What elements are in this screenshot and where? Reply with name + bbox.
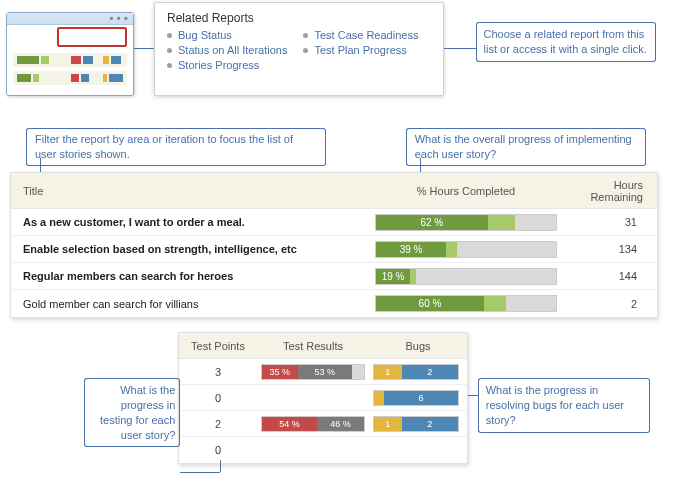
test-points: 3 — [179, 366, 257, 378]
bugs-bar: 6 — [373, 390, 459, 406]
callout-bugs: What is the progress in resolving bugs f… — [478, 378, 650, 433]
table-row: Enable selection based on strength, inte… — [11, 236, 657, 263]
related-link-status-iterations[interactable]: Status on All Iterations — [167, 44, 287, 56]
related-reports-panel: Related Reports Bug Status Status on All… — [154, 2, 444, 96]
callout-testing: What is the progress in testing for each… — [84, 378, 180, 447]
related-link-bug-status[interactable]: Bug Status — [167, 29, 287, 41]
bullet-icon — [167, 33, 172, 38]
stories-table-header: Title % Hours Completed Hours Remaining — [11, 173, 657, 209]
col-hours-remaining: Hours Remaining — [561, 179, 657, 203]
related-reports-title: Related Reports — [167, 11, 431, 25]
report-thumbnail: ■ ■ ■ — [6, 12, 134, 96]
progress-bar: 62 % — [375, 214, 557, 231]
col-pct-completed: % Hours Completed — [371, 185, 561, 197]
story-title: As a new customer, I want to order a mea… — [11, 216, 371, 228]
test-points: 2 — [179, 418, 257, 430]
test-results-bar: 54 %46 % — [261, 416, 365, 432]
table-row: As a new customer, I want to order a mea… — [11, 209, 657, 236]
hours-remaining: 31 — [561, 216, 657, 228]
col-test-results: Test Results — [257, 340, 369, 352]
callout-filter: Filter the report by area or iteration t… — [26, 128, 326, 166]
related-link-stories-progress[interactable]: Stories Progress — [167, 59, 287, 71]
story-title: Gold member can search for villians — [11, 298, 371, 310]
table-row: 06 — [179, 385, 467, 411]
test-points: 0 — [179, 444, 257, 456]
highlight-box-icon — [57, 27, 127, 47]
col-title: Title — [11, 185, 371, 197]
table-row: Regular members can search for heroes19 … — [11, 263, 657, 290]
story-title: Regular members can search for heroes — [11, 270, 371, 282]
callout-overall: What is the overall progress of implemen… — [406, 128, 646, 166]
hours-remaining: 2 — [561, 298, 657, 310]
bugs-bar: 12 — [373, 416, 459, 432]
progress-bar: 19 % — [375, 268, 557, 285]
hours-remaining: 134 — [561, 243, 657, 255]
col-bugs: Bugs — [369, 340, 467, 352]
bugs-bar: 12 — [373, 364, 459, 380]
related-link-test-case-readiness[interactable]: Test Case Readiness — [303, 29, 418, 41]
bullet-icon — [167, 63, 172, 68]
hours-remaining: 144 — [561, 270, 657, 282]
table-row: 0 — [179, 437, 467, 463]
test-results-bar: 35 %53 % — [261, 364, 365, 380]
test-bugs-header: Test Points Test Results Bugs — [179, 333, 467, 359]
story-title: Enable selection based on strength, inte… — [11, 243, 371, 255]
bullet-icon — [167, 48, 172, 53]
related-link-test-plan-progress[interactable]: Test Plan Progress — [303, 44, 418, 56]
test-points: 0 — [179, 392, 257, 404]
bullet-icon — [303, 48, 308, 53]
table-row: 335 %53 %12 — [179, 359, 467, 385]
progress-bar: 39 % — [375, 241, 557, 258]
stories-table: Title % Hours Completed Hours Remaining … — [10, 172, 658, 318]
table-row: Gold member can search for villians60 %2 — [11, 290, 657, 317]
callout-related: Choose a related report from this list o… — [476, 22, 656, 62]
bullet-icon — [303, 33, 308, 38]
progress-bar: 60 % — [375, 295, 557, 312]
test-bugs-table: Test Points Test Results Bugs 335 %53 %1… — [178, 332, 468, 464]
table-row: 254 %46 %12 — [179, 411, 467, 437]
col-test-points: Test Points — [179, 340, 257, 352]
